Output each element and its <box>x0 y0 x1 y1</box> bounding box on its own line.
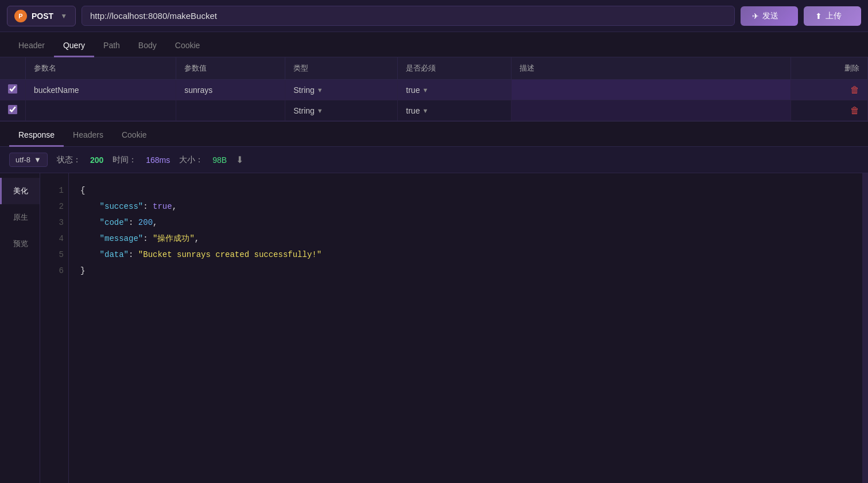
response-tab-bar: Response Headers Cookie <box>0 122 868 147</box>
query-table-section: 参数名 参数值 类型 是否必须 描述 删除 bucketName sunrays <box>0 57 868 122</box>
code-body: 1 2 3 4 5 6 { "success": true, "code": 2… <box>40 173 868 483</box>
tab-path[interactable]: Path <box>94 35 129 57</box>
encoding-chevron-icon: ▼ <box>34 155 41 164</box>
tab-body[interactable]: Body <box>129 35 166 57</box>
row2-type-value: String <box>293 106 315 115</box>
view-option-preview[interactable]: 预览 <box>0 231 40 257</box>
size-label: 大小： <box>179 155 203 165</box>
method-selector[interactable]: P POST ▼ <box>7 6 76 26</box>
tab-response[interactable]: Response <box>9 124 64 147</box>
row1-required-value: true <box>406 85 420 95</box>
view-option-beautify[interactable]: 美化 <box>0 178 40 204</box>
download-icon[interactable]: ⬇ <box>236 154 243 165</box>
row1-type[interactable]: String ▼ <box>285 80 398 100</box>
row2-checkbox-cell <box>0 100 26 121</box>
send-icon: ✈ <box>752 11 759 21</box>
row1-checkbox[interactable] <box>8 84 17 94</box>
row1-delete-button[interactable]: 🗑 <box>850 85 859 95</box>
row2-required-arrow-icon: ▼ <box>422 107 428 114</box>
status-label: 状态： <box>57 155 81 165</box>
code-area: 美化 原生 预览 1 2 3 4 5 6 { "success": true, … <box>0 173 868 483</box>
col-checkbox <box>0 57 26 80</box>
request-tab-bar: Header Query Path Body Cookie <box>0 32 868 57</box>
code-content[interactable]: { "success": true, "code": 200, "message… <box>69 173 862 483</box>
view-option-raw[interactable]: 原生 <box>0 204 40 231</box>
row2-delete-button[interactable]: 🗑 <box>850 106 859 115</box>
line-num-1: 1 <box>45 182 64 198</box>
row2-required[interactable]: true ▼ <box>398 100 511 121</box>
col-delete: 删除 <box>790 57 867 80</box>
line-numbers: 1 2 3 4 5 6 <box>40 173 69 483</box>
tab-cookie[interactable]: Cookie <box>166 35 210 57</box>
view-sidebar: 美化 原生 预览 <box>0 173 40 483</box>
method-chevron-icon: ▼ <box>60 12 67 20</box>
row1-required-arrow-icon: ▼ <box>422 87 428 94</box>
method-label: POST <box>32 11 53 21</box>
url-input[interactable] <box>82 6 735 26</box>
query-table: 参数名 参数值 类型 是否必须 描述 删除 bucketName sunrays <box>0 57 868 121</box>
size-value: 98B <box>212 155 227 165</box>
row2-param-name[interactable] <box>26 100 176 121</box>
col-param-name: 参数名 <box>26 57 176 80</box>
table-row: bucketName sunrays String ▼ true ▼ <box>0 80 868 100</box>
status-bar: utf-8 ▼ 状态： 200 时间： 168ms 大小： 98B ⬇ <box>0 147 868 173</box>
row2-checkbox[interactable] <box>8 105 17 114</box>
row2-param-value[interactable] <box>176 100 285 121</box>
row1-param-value[interactable]: sunrays <box>176 80 285 100</box>
upload-icon: ⬆ <box>815 11 822 21</box>
row1-required[interactable]: true ▼ <box>398 80 511 100</box>
col-description: 描述 <box>511 57 790 80</box>
upload-label: 上传 <box>826 11 842 21</box>
scrollbar[interactable] <box>862 173 868 483</box>
row2-delete-cell: 🗑 <box>790 100 867 121</box>
row1-description[interactable] <box>511 80 790 100</box>
col-type: 类型 <box>285 57 398 80</box>
encoding-selector[interactable]: utf-8 ▼ <box>9 153 48 167</box>
time-label: 时间： <box>113 155 137 165</box>
line-num-2: 2 <box>45 198 64 215</box>
tab-response-cookie[interactable]: Cookie <box>113 124 156 147</box>
col-param-value: 参数值 <box>176 57 285 80</box>
tab-response-headers[interactable]: Headers <box>64 124 113 147</box>
tab-header[interactable]: Header <box>9 35 54 57</box>
line-num-4: 4 <box>45 231 64 247</box>
top-bar: P POST ▼ ✈ 发送 ⬆ 上传 <box>0 0 868 32</box>
response-section: Response Headers Cookie utf-8 ▼ 状态： 200 … <box>0 122 868 483</box>
upload-button[interactable]: ⬆ 上传 <box>804 6 861 26</box>
line-num-6: 6 <box>45 263 64 279</box>
time-value: 168ms <box>146 155 170 165</box>
line-num-3: 3 <box>45 215 64 231</box>
row1-type-arrow-icon: ▼ <box>317 87 323 94</box>
row2-type[interactable]: String ▼ <box>285 100 398 121</box>
row1-param-name[interactable]: bucketName <box>26 80 176 100</box>
send-label: 发送 <box>762 11 778 21</box>
row1-delete-cell: 🗑 <box>790 80 867 100</box>
row2-type-arrow-icon: ▼ <box>317 107 323 114</box>
line-num-5: 5 <box>45 247 64 263</box>
method-icon: P <box>14 10 27 22</box>
send-button[interactable]: ✈ 发送 <box>741 6 798 26</box>
encoding-value: utf-8 <box>16 155 30 164</box>
row1-checkbox-cell <box>0 80 26 100</box>
row2-required-value: true <box>406 106 420 115</box>
tab-query[interactable]: Query <box>54 35 94 57</box>
row1-type-value: String <box>293 85 315 95</box>
status-code: 200 <box>90 155 103 165</box>
row2-description[interactable] <box>511 100 790 121</box>
table-row: String ▼ true ▼ 🗑 <box>0 100 868 121</box>
col-required: 是否必须 <box>398 57 511 80</box>
